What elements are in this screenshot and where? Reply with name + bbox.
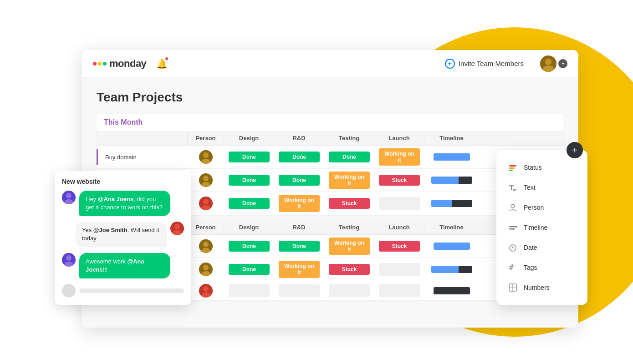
status-done: Done [229, 264, 270, 275]
svg-point-25 [174, 224, 180, 229]
person-icon [507, 202, 518, 213]
picker-item-person[interactable]: Person [504, 197, 580, 217]
cell-timeline-4 [424, 240, 479, 253]
cell-rnd-4: Done [274, 238, 324, 254]
picker-label-timeline: Timeline [524, 224, 547, 231]
cell-timeline-3 [424, 197, 479, 210]
status-done: Done [329, 152, 370, 162]
monday-logo: monday [93, 58, 146, 70]
picker-item-text[interactable]: T Text [504, 177, 580, 197]
cell-design-3: Done [224, 195, 274, 212]
picker-item-tags[interactable]: # Tags [504, 258, 580, 278]
svg-point-22 [66, 193, 71, 198]
status-done: Done [229, 152, 270, 162]
col-timeline-header: Timeline [424, 131, 479, 145]
picker-item-timeline[interactable]: Timeline [504, 217, 580, 238]
status-working: Working on it [329, 238, 370, 255]
status-done: Done [279, 152, 320, 162]
picker-label-status: Status [524, 164, 542, 171]
col2-design-header: Design [224, 220, 274, 234]
col2-rnd-header: R&D [274, 220, 324, 234]
chat-bubble-2: Yes @Joe Smith. Will send it today [76, 222, 167, 247]
cell-timeline-1 [424, 151, 479, 163]
chat-input-bar[interactable] [79, 288, 184, 293]
avatar-female-2 [199, 284, 213, 298]
picker-label-text: Text [524, 184, 536, 191]
cell-rnd-5: Working on it [274, 258, 324, 281]
chat-message-3: Awesome work @Ana Joens!!! [62, 253, 184, 278]
col2-person-header: Person [188, 220, 224, 234]
svg-point-1 [545, 59, 551, 65]
logo-dots [93, 62, 107, 66]
chat-mention: @Ana Joens [86, 258, 144, 273]
status-done: Done [229, 241, 270, 252]
picker-item-numbers[interactable]: Numbers [504, 278, 580, 298]
avatar-male-1 [199, 150, 213, 164]
invite-icon: + [445, 59, 455, 69]
cell-testing-1: Done [324, 149, 374, 165]
avatar-male-4 [199, 263, 213, 276]
svg-point-10 [203, 199, 209, 204]
timeline-bar [434, 243, 470, 250]
status-stuck: Stuck [329, 198, 370, 209]
user-avatar-area[interactable]: ▾ [540, 56, 567, 72]
col2-launch-header: Launch [374, 220, 424, 234]
chevron-down-icon: ▾ [558, 59, 567, 68]
table-header-1: Person Design R&D Testing Launch Timelin… [97, 131, 564, 146]
cell-person-4 [188, 237, 224, 256]
text-icon: T [507, 182, 518, 193]
picker-item-status[interactable]: Status [504, 157, 580, 177]
cell-testing-3: Stuck [324, 195, 374, 212]
svg-rect-37 [509, 226, 516, 228]
svg-point-13 [203, 242, 209, 247]
chat-input-avatar [62, 284, 76, 298]
svg-point-4 [203, 152, 209, 158]
picker-label-person: Person [524, 204, 544, 211]
svg-point-19 [203, 286, 209, 292]
cell-design-1: Done [224, 149, 274, 165]
col-launch-header: Launch [374, 131, 424, 145]
chat-input-area[interactable] [62, 284, 184, 298]
date-icon [507, 242, 518, 253]
logo-dot-green [103, 62, 107, 66]
picker-label-tags: Tags [524, 264, 537, 271]
cell-testing-6 [324, 282, 374, 300]
add-column-button[interactable]: + [567, 142, 583, 158]
col-name-header [97, 131, 188, 145]
status-stuck: Stuck [329, 264, 370, 275]
empty-cell [379, 263, 420, 276]
invite-team-button[interactable]: + Invite Team Members [438, 55, 531, 72]
cell-testing-4: Working on it [324, 235, 374, 258]
svg-text:#: # [509, 263, 514, 272]
logo-area: monday 🔔 [93, 56, 170, 72]
cell-person-1 [188, 147, 224, 167]
cell-launch-5 [374, 260, 424, 278]
cell-timeline-2 [424, 174, 479, 187]
cell-person-5 [188, 260, 224, 279]
svg-point-39 [516, 226, 517, 228]
cell-launch-6 [374, 282, 424, 300]
cell-design-4: Done [224, 238, 274, 254]
notification-bell[interactable]: 🔔 [153, 56, 170, 72]
empty-cell [329, 284, 370, 297]
cell-rnd-1: Done [274, 149, 324, 165]
app-header: monday 🔔 + Invite Team Members [82, 50, 578, 77]
picker-label-date: Date [524, 244, 537, 251]
svg-point-28 [66, 255, 71, 261]
cell-timeline-5 [424, 263, 479, 276]
cell-testing-5: Stuck [324, 261, 374, 278]
svg-rect-32 [509, 170, 513, 171]
cell-person-6 [188, 281, 224, 300]
cell-design-6 [224, 282, 274, 300]
cell-testing-2: Working on it [324, 169, 374, 192]
avatar-male-2 [199, 173, 213, 187]
status-working: Working on it [329, 172, 370, 189]
status-working: Working on it [379, 148, 420, 166]
picker-item-date[interactable]: Date [504, 238, 580, 258]
table-row: Buy domain Done Done Done Working on it [97, 146, 564, 169]
cell-launch-2: Stuck [374, 172, 424, 188]
timeline-mixed [431, 177, 472, 184]
status-stuck: Stuck [379, 241, 420, 252]
avatar-male-3 [199, 239, 213, 253]
status-stuck: Stuck [379, 175, 420, 186]
